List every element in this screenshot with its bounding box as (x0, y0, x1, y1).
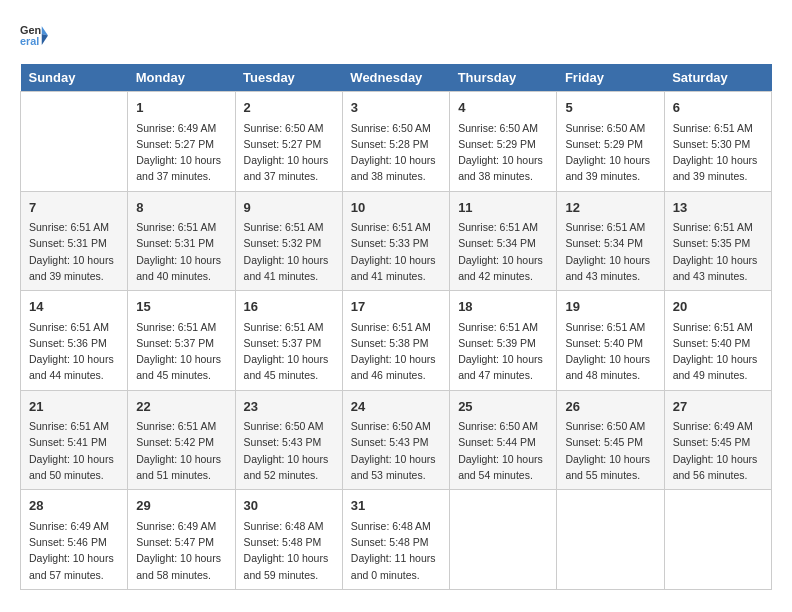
calendar-cell: 4Sunrise: 6:50 AM Sunset: 5:29 PM Daylig… (450, 92, 557, 192)
calendar-cell: 6Sunrise: 6:51 AM Sunset: 5:30 PM Daylig… (664, 92, 771, 192)
day-number: 24 (351, 397, 441, 417)
day-number: 1 (136, 98, 226, 118)
calendar-cell: 8Sunrise: 6:51 AM Sunset: 5:31 PM Daylig… (128, 191, 235, 291)
calendar-cell: 21Sunrise: 6:51 AM Sunset: 5:41 PM Dayli… (21, 390, 128, 490)
calendar-week-2: 7Sunrise: 6:51 AM Sunset: 5:31 PM Daylig… (21, 191, 772, 291)
calendar-week-3: 14Sunrise: 6:51 AM Sunset: 5:36 PM Dayli… (21, 291, 772, 391)
day-number: 22 (136, 397, 226, 417)
day-number: 30 (244, 496, 334, 516)
calendar-body: 1Sunrise: 6:49 AM Sunset: 5:27 PM Daylig… (21, 92, 772, 590)
calendar-cell: 16Sunrise: 6:51 AM Sunset: 5:37 PM Dayli… (235, 291, 342, 391)
day-info: Sunrise: 6:50 AM Sunset: 5:29 PM Dayligh… (458, 120, 548, 185)
weekday-header-saturday: Saturday (664, 64, 771, 92)
weekday-header-monday: Monday (128, 64, 235, 92)
day-info: Sunrise: 6:51 AM Sunset: 5:32 PM Dayligh… (244, 219, 334, 284)
day-info: Sunrise: 6:48 AM Sunset: 5:48 PM Dayligh… (351, 518, 441, 583)
weekday-header-row: SundayMondayTuesdayWednesdayThursdayFrid… (21, 64, 772, 92)
day-number: 21 (29, 397, 119, 417)
day-info: Sunrise: 6:50 AM Sunset: 5:44 PM Dayligh… (458, 418, 548, 483)
day-info: Sunrise: 6:48 AM Sunset: 5:48 PM Dayligh… (244, 518, 334, 583)
calendar-cell: 29Sunrise: 6:49 AM Sunset: 5:47 PM Dayli… (128, 490, 235, 590)
day-info: Sunrise: 6:49 AM Sunset: 5:45 PM Dayligh… (673, 418, 763, 483)
calendar-cell: 2Sunrise: 6:50 AM Sunset: 5:27 PM Daylig… (235, 92, 342, 192)
day-info: Sunrise: 6:51 AM Sunset: 5:42 PM Dayligh… (136, 418, 226, 483)
day-number: 29 (136, 496, 226, 516)
day-number: 10 (351, 198, 441, 218)
day-info: Sunrise: 6:49 AM Sunset: 5:47 PM Dayligh… (136, 518, 226, 583)
calendar-cell: 26Sunrise: 6:50 AM Sunset: 5:45 PM Dayli… (557, 390, 664, 490)
calendar-cell: 17Sunrise: 6:51 AM Sunset: 5:38 PM Dayli… (342, 291, 449, 391)
day-info: Sunrise: 6:49 AM Sunset: 5:46 PM Dayligh… (29, 518, 119, 583)
day-number: 13 (673, 198, 763, 218)
calendar-cell: 25Sunrise: 6:50 AM Sunset: 5:44 PM Dayli… (450, 390, 557, 490)
svg-marker-2 (42, 26, 48, 35)
day-info: Sunrise: 6:50 AM Sunset: 5:29 PM Dayligh… (565, 120, 655, 185)
day-number: 26 (565, 397, 655, 417)
calendar-cell: 20Sunrise: 6:51 AM Sunset: 5:40 PM Dayli… (664, 291, 771, 391)
svg-text:eral: eral (20, 35, 39, 47)
weekday-header-friday: Friday (557, 64, 664, 92)
calendar-cell: 24Sunrise: 6:50 AM Sunset: 5:43 PM Dayli… (342, 390, 449, 490)
calendar-cell (21, 92, 128, 192)
day-number: 27 (673, 397, 763, 417)
day-info: Sunrise: 6:50 AM Sunset: 5:43 PM Dayligh… (351, 418, 441, 483)
calendar-cell: 19Sunrise: 6:51 AM Sunset: 5:40 PM Dayli… (557, 291, 664, 391)
weekday-header-thursday: Thursday (450, 64, 557, 92)
calendar-cell: 14Sunrise: 6:51 AM Sunset: 5:36 PM Dayli… (21, 291, 128, 391)
day-info: Sunrise: 6:51 AM Sunset: 5:40 PM Dayligh… (565, 319, 655, 384)
weekday-header-sunday: Sunday (21, 64, 128, 92)
day-number: 31 (351, 496, 441, 516)
calendar-cell: 18Sunrise: 6:51 AM Sunset: 5:39 PM Dayli… (450, 291, 557, 391)
day-info: Sunrise: 6:51 AM Sunset: 5:31 PM Dayligh… (29, 219, 119, 284)
day-info: Sunrise: 6:50 AM Sunset: 5:27 PM Dayligh… (244, 120, 334, 185)
page-header: Gen eral (20, 20, 772, 48)
day-number: 20 (673, 297, 763, 317)
day-number: 17 (351, 297, 441, 317)
calendar-cell: 30Sunrise: 6:48 AM Sunset: 5:48 PM Dayli… (235, 490, 342, 590)
day-number: 9 (244, 198, 334, 218)
calendar-week-4: 21Sunrise: 6:51 AM Sunset: 5:41 PM Dayli… (21, 390, 772, 490)
day-number: 2 (244, 98, 334, 118)
calendar-cell: 9Sunrise: 6:51 AM Sunset: 5:32 PM Daylig… (235, 191, 342, 291)
day-info: Sunrise: 6:51 AM Sunset: 5:36 PM Dayligh… (29, 319, 119, 384)
day-info: Sunrise: 6:51 AM Sunset: 5:31 PM Dayligh… (136, 219, 226, 284)
calendar-cell: 1Sunrise: 6:49 AM Sunset: 5:27 PM Daylig… (128, 92, 235, 192)
day-info: Sunrise: 6:51 AM Sunset: 5:34 PM Dayligh… (565, 219, 655, 284)
day-number: 6 (673, 98, 763, 118)
calendar-week-1: 1Sunrise: 6:49 AM Sunset: 5:27 PM Daylig… (21, 92, 772, 192)
day-number: 19 (565, 297, 655, 317)
calendar-cell: 22Sunrise: 6:51 AM Sunset: 5:42 PM Dayli… (128, 390, 235, 490)
day-number: 25 (458, 397, 548, 417)
day-info: Sunrise: 6:51 AM Sunset: 5:38 PM Dayligh… (351, 319, 441, 384)
weekday-header-tuesday: Tuesday (235, 64, 342, 92)
day-number: 8 (136, 198, 226, 218)
day-number: 7 (29, 198, 119, 218)
day-info: Sunrise: 6:51 AM Sunset: 5:40 PM Dayligh… (673, 319, 763, 384)
day-info: Sunrise: 6:50 AM Sunset: 5:45 PM Dayligh… (565, 418, 655, 483)
calendar-cell: 12Sunrise: 6:51 AM Sunset: 5:34 PM Dayli… (557, 191, 664, 291)
calendar-cell: 13Sunrise: 6:51 AM Sunset: 5:35 PM Dayli… (664, 191, 771, 291)
calendar-cell (450, 490, 557, 590)
calendar-cell: 11Sunrise: 6:51 AM Sunset: 5:34 PM Dayli… (450, 191, 557, 291)
day-number: 23 (244, 397, 334, 417)
calendar-cell: 5Sunrise: 6:50 AM Sunset: 5:29 PM Daylig… (557, 92, 664, 192)
day-number: 11 (458, 198, 548, 218)
weekday-header-wednesday: Wednesday (342, 64, 449, 92)
day-info: Sunrise: 6:51 AM Sunset: 5:39 PM Dayligh… (458, 319, 548, 384)
calendar-cell (557, 490, 664, 590)
day-info: Sunrise: 6:50 AM Sunset: 5:43 PM Dayligh… (244, 418, 334, 483)
day-number: 28 (29, 496, 119, 516)
day-number: 14 (29, 297, 119, 317)
calendar-cell: 15Sunrise: 6:51 AM Sunset: 5:37 PM Dayli… (128, 291, 235, 391)
logo-icon: Gen eral (20, 20, 48, 48)
day-number: 5 (565, 98, 655, 118)
day-number: 15 (136, 297, 226, 317)
day-info: Sunrise: 6:51 AM Sunset: 5:33 PM Dayligh… (351, 219, 441, 284)
day-info: Sunrise: 6:49 AM Sunset: 5:27 PM Dayligh… (136, 120, 226, 185)
calendar-table: SundayMondayTuesdayWednesdayThursdayFrid… (20, 64, 772, 590)
svg-marker-3 (42, 34, 48, 45)
logo: Gen eral (20, 20, 52, 48)
calendar-cell (664, 490, 771, 590)
day-info: Sunrise: 6:50 AM Sunset: 5:28 PM Dayligh… (351, 120, 441, 185)
day-number: 3 (351, 98, 441, 118)
